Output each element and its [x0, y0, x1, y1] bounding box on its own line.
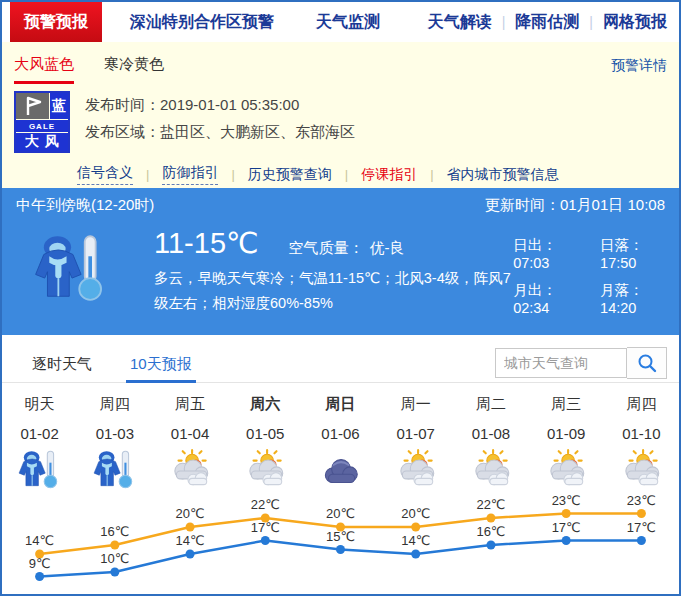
nav-link-3[interactable]: 网格预报 — [603, 12, 667, 33]
day-name: 周一 — [378, 395, 453, 414]
day-name: 周日 — [303, 395, 378, 414]
forecast-tab-1[interactable]: 逐时天气 — [32, 347, 92, 382]
warning-link-1[interactable]: 信号含义 — [77, 164, 133, 185]
low-temp-label: 15℃ — [326, 529, 355, 544]
warning-tab-list: 大风蓝色寒冷黄色 — [14, 55, 194, 78]
sun-moon-item-2: 日落：17:50 — [600, 236, 663, 271]
partly-cloudy-icon — [529, 449, 604, 491]
high-temp-point — [411, 523, 420, 532]
forecast-tab-2[interactable]: 10天预报 — [130, 347, 192, 382]
low-temp-point — [35, 572, 44, 581]
sun-moon-label: 日落： — [600, 237, 644, 253]
warning-link-5[interactable]: 省内城市预警信息 — [447, 166, 559, 184]
warning-tab-1[interactable]: 大风蓝色 — [14, 55, 74, 78]
warning-gale-text: GALE — [16, 120, 68, 132]
nav-tab-2[interactable]: 深汕特别合作区预警 — [116, 2, 288, 42]
low-temp-label: 17℃ — [627, 520, 656, 535]
forecast-day-01-09[interactable]: 周三01-09 — [529, 395, 604, 491]
day-date: 01-03 — [77, 425, 152, 442]
air-quality: 空气质量：优-良 — [289, 239, 405, 258]
forecast-tab-list: 逐时天气10天预报 — [32, 347, 230, 382]
low-temp-point — [486, 541, 495, 550]
day-date: 01-08 — [453, 425, 528, 442]
warning-tabs: 大风蓝色寒冷黄色 预警详情 — [14, 50, 667, 82]
cloudy-icon — [303, 449, 378, 491]
publish-area-value: 盐田区、大鹏新区、东部海区 — [160, 123, 355, 140]
day-name: 周三 — [529, 395, 604, 414]
nav-link-1[interactable]: 天气解读 — [428, 12, 492, 33]
day-date: 01-05 — [228, 425, 303, 442]
warning-body: 蓝 GALE 大风 发布时间：2019-01-01 05:35:00 发布区域：… — [14, 91, 667, 153]
low-temp-point — [110, 568, 119, 577]
warning-tab-2[interactable]: 寒冷黄色 — [104, 55, 164, 78]
sun-moon-value: 02:34 — [513, 300, 549, 316]
low-temp-point — [261, 536, 270, 545]
forecast-tabs: 逐时天气10天预报 — [2, 347, 679, 383]
warning-link-2[interactable]: 防御指引 — [162, 164, 218, 185]
temp-row: 11-15℃ 空气质量：优-良 — [154, 226, 513, 260]
day-name: 周二 — [453, 395, 528, 414]
forecast-day-01-07[interactable]: 周一01-07 — [378, 395, 453, 491]
sun-moon-label: 月出： — [513, 282, 557, 298]
day-name: 周六 — [228, 395, 303, 414]
high-temp-label: 23℃ — [552, 493, 581, 508]
high-temp-label: 22℃ — [476, 497, 505, 512]
air-quality-label: 空气质量： — [289, 239, 364, 256]
warning-link-4[interactable]: 停课指引 — [361, 166, 417, 184]
low-temp-point — [186, 550, 195, 559]
forecast-section: 逐时天气10天预报 明天01-02周四01-03周五01-04周六01-05周日… — [2, 335, 679, 596]
warning-level-text: 蓝 — [50, 93, 68, 119]
publish-time-row: 发布时间：2019-01-01 05:35:00 — [85, 91, 355, 118]
day-name: 周四 — [604, 395, 679, 414]
gale-flag-icon — [16, 93, 49, 119]
sun-moon-item-3: 月出：02:34 — [513, 281, 576, 316]
update-time: 更新时间：01月01日 10:08 — [485, 196, 665, 215]
partly-cloudy-icon — [604, 449, 679, 491]
forecast-day-01-05[interactable]: 周六01-05 — [228, 395, 303, 491]
city-search — [495, 347, 667, 379]
forecast-period: 中午到傍晚(12-20时) — [16, 196, 154, 215]
day-name: 周四 — [77, 395, 152, 414]
current-body: 11-15℃ 空气质量：优-良 多云，早晚天气寒冷；气温11-15℃；北风3-4… — [16, 222, 665, 316]
sun-moon-label: 日出： — [513, 237, 557, 253]
forecast-day-01-10[interactable]: 周四01-10 — [604, 395, 679, 491]
partly-cloudy-icon — [378, 449, 453, 491]
publish-area-label: 发布区域： — [85, 123, 160, 140]
current-main: 11-15℃ 空气质量：优-良 多云，早晚天气寒冷；气温11-15℃；北风3-4… — [154, 226, 513, 316]
nav-tab-1[interactable]: 预警预报 — [10, 2, 102, 42]
forecast-day-01-04[interactable]: 周五01-04 — [152, 395, 227, 491]
sun-moon-item-1: 日出：07:03 — [513, 236, 576, 271]
nav-separator: | — [502, 14, 506, 30]
sun-moon-label: 月落： — [600, 282, 644, 298]
temperature-range: 11-15℃ — [154, 226, 259, 260]
nav-separator: | — [589, 14, 593, 30]
forecast-day-01-02[interactable]: 明天01-02 — [2, 395, 77, 491]
warning-link-3[interactable]: 历史预警查询 — [248, 166, 332, 184]
low-temp-label: 10℃ — [100, 551, 129, 566]
low-temp-label: 17℃ — [552, 520, 581, 535]
forecast-day-01-06[interactable]: 周日01-06 — [303, 395, 378, 491]
warning-name-text: 大风 — [16, 133, 68, 151]
high-temp-label: 20℃ — [176, 506, 205, 521]
search-button[interactable] — [627, 347, 667, 379]
low-temp-point — [411, 550, 420, 559]
search-input[interactable] — [495, 348, 627, 378]
forecast-day-01-08[interactable]: 周二01-08 — [453, 395, 528, 491]
weather-description: 多云，早晚天气寒冷；气温11-15℃；北风3-4级，阵风7级左右；相对湿度60%… — [154, 266, 513, 316]
sun-moon-value: 14:20 — [600, 300, 636, 316]
warning-link-separator: | — [231, 167, 234, 182]
warning-icon-top: 蓝 — [16, 93, 68, 119]
day-date: 01-04 — [152, 425, 227, 442]
sun-moon-value: 17:50 — [600, 255, 636, 271]
nav-tab-3[interactable]: 天气监测 — [302, 2, 394, 42]
low-temp-point — [562, 536, 571, 545]
warning-panel: 大风蓝色寒冷黄色 预警详情 蓝 GALE 大风 发布时间：2019-01-01 … — [2, 42, 679, 188]
low-temp-label: 14℃ — [401, 533, 430, 548]
high-temp-point — [186, 523, 195, 532]
low-temp-point — [637, 536, 646, 545]
warning-link-separator: | — [146, 167, 149, 182]
forecast-day-01-03[interactable]: 周四01-03 — [77, 395, 152, 491]
warning-detail-link[interactable]: 预警详情 — [611, 57, 667, 75]
day-date: 01-07 — [378, 425, 453, 442]
nav-link-2[interactable]: 降雨估测 — [515, 12, 579, 33]
